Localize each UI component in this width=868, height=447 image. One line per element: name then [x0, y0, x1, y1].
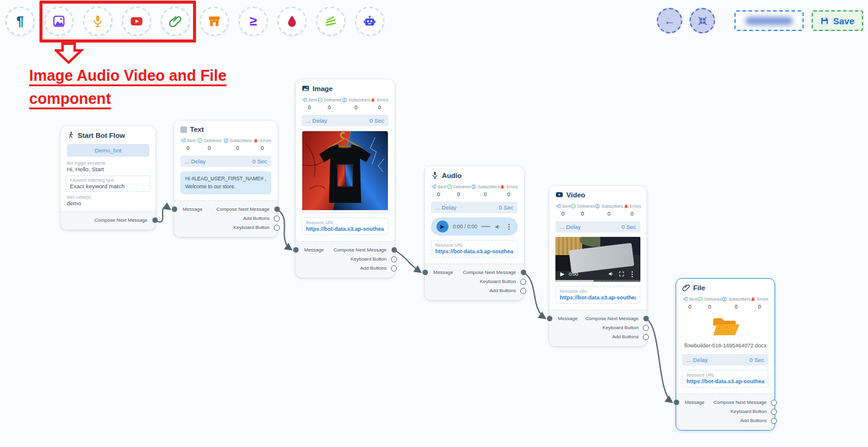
toolbar-condition-component[interactable]: ≥ [239, 7, 268, 36]
port-label: Compose Next Message [216, 206, 270, 212]
play-icon[interactable]: ▶ [560, 271, 565, 277]
resource-url-link[interactable]: https://bot-data.s3.ap-southeast-1.wasab… [687, 378, 764, 384]
node-audio[interactable]: Audio Sent0 Delivered0 Subscribers0 Erro… [425, 166, 524, 300]
message-input-handle[interactable] [547, 316, 552, 321]
stats-row: Sent0 Delivered0 Subscribers0 Errors0 [180, 138, 271, 151]
keyboard-button-handle[interactable] [520, 279, 526, 285]
node-file[interactable]: File Sent0 Delivered0 Subscribers0 Error… [676, 278, 775, 431]
node-image[interactable]: Image Sent0 Delivered0 Subscribers0 Erro… [296, 80, 395, 278]
keyboard-button-handle[interactable] [643, 325, 649, 331]
sent-icon [682, 296, 688, 302]
node-start-bot-flow[interactable]: Start Bot Flow Demo_bot Bot trigger keyw… [61, 126, 155, 230]
field-label: Bot trigger keywords [67, 161, 149, 165]
toolbar-text-component[interactable]: ¶ [5, 7, 35, 36]
field-value[interactable]: Hi, Hello, Start [67, 166, 149, 172]
node-video[interactable]: Video Sent0 Delivered0 Subscribers0 Erro… [549, 186, 646, 346]
compose-output-handle[interactable] [521, 270, 526, 275]
kebab-menu-icon[interactable]: ⋮ [506, 223, 512, 231]
keyboard-button-handle[interactable] [771, 409, 777, 415]
resource-url-box: Resource URL https://bot-data.s3.ap-sout… [555, 286, 640, 304]
add-buttons-handle[interactable] [643, 334, 649, 340]
message-preview[interactable]: Hi #LEAD_USER_FIRST_NAME# , Welcome to o… [180, 171, 271, 194]
fullscreen-icon[interactable] [619, 271, 625, 277]
stats-row: Sent0 Delivered0 Subscribers0 Errors0 [682, 296, 768, 310]
add-buttons-handle[interactable] [391, 265, 397, 271]
youtube-icon [130, 15, 143, 28]
compose-output-handle[interactable] [771, 400, 777, 406]
node-text[interactable]: Text Sent0 Delivered0 Subscribers0 Error… [174, 121, 277, 237]
port-label: Add Buttons [243, 216, 270, 221]
field-value[interactable]: demo [67, 200, 149, 206]
delivered-icon [447, 184, 452, 189]
message-input-handle[interactable] [172, 206, 177, 212]
save-button-label: Save [833, 16, 854, 26]
stack-icon [324, 15, 337, 28]
pilcrow-icon: ¶ [16, 15, 24, 28]
port-label: Compose Next Message [713, 400, 767, 405]
node-title-label: Text [190, 126, 204, 133]
port-label: Keyboard Button [233, 225, 270, 230]
keyboard-button-handle[interactable] [274, 225, 280, 231]
toolbar-image-component[interactable] [44, 7, 73, 36]
port-label: Compose Next Message [94, 217, 147, 223]
delivered-icon [571, 203, 576, 209]
subscribers-icon [342, 97, 347, 103]
resource-url-box: Resource URL https://bot-data.s3.ap-sout… [431, 240, 518, 258]
image-preview[interactable] [302, 131, 388, 213]
bot-name-button[interactable]: Demo_bot [67, 144, 149, 157]
add-buttons-handle[interactable] [274, 216, 280, 222]
node-title-label: Start Bot Flow [78, 132, 125, 139]
redacted-action-button[interactable] [734, 10, 804, 31]
resource-url-link[interactable]: https://bot-data.s3.ap-southeast-1.wasab… [435, 248, 514, 254]
video-progress[interactable] [555, 280, 640, 282]
delay-bar[interactable]: ... Delay0 Sec [180, 155, 271, 167]
compose-output-handle[interactable] [392, 247, 397, 253]
toolbar-sequence-component[interactable] [316, 7, 345, 36]
greater-equal-icon: ≥ [249, 15, 257, 28]
play-icon[interactable]: ▶ [436, 220, 449, 233]
folder-open-icon [711, 315, 740, 339]
delay-bar[interactable]: ... Delay0 Sec [302, 115, 388, 126]
add-buttons-handle[interactable] [771, 418, 777, 424]
toolbar-audio-component[interactable] [83, 7, 112, 36]
audio-player[interactable]: ▶ 0:00 / 0:00 ⋮ [431, 217, 518, 236]
toolbar-bot-component[interactable] [355, 7, 384, 36]
delay-bar[interactable]: ... Delay0 Sec [682, 354, 768, 366]
sent-icon [302, 97, 307, 103]
back-button[interactable]: ← [657, 8, 682, 33]
annotation-down-arrow-icon [55, 43, 84, 64]
audio-progress[interactable] [481, 226, 490, 228]
volume-icon[interactable] [608, 271, 614, 277]
kebab-menu-icon[interactable]: ⋮ [629, 270, 636, 278]
add-buttons-handle[interactable] [520, 288, 526, 294]
video-player[interactable]: ▶ 0:00 ⋮ [555, 237, 640, 282]
delay-bar[interactable]: ... Delay0 Sec [555, 221, 640, 233]
compose-output-handle[interactable] [152, 217, 158, 223]
message-input-handle[interactable] [674, 400, 679, 405]
volume-icon[interactable] [495, 224, 501, 230]
delay-bar[interactable]: ... Delay0 Sec [431, 202, 518, 213]
port-label: Add Buttons [612, 334, 639, 340]
save-button[interactable]: Save [812, 10, 863, 31]
message-input-handle[interactable] [293, 247, 299, 253]
audio-time: 0:00 / 0:00 [453, 224, 477, 230]
port-label: Compose Next Message [463, 270, 516, 275]
annotation-text: Image Audio Video and File component [29, 64, 260, 110]
keyboard-button-handle[interactable] [391, 256, 397, 262]
message-input-handle[interactable] [422, 270, 428, 275]
delivered-icon [317, 97, 323, 103]
resource-url-link[interactable]: https://bot-data.s3.ap-southeast-1.wasab… [306, 226, 384, 232]
keyword-matching-box[interactable]: Keyword matching type Exact keyword matc… [66, 176, 151, 192]
toolbar-video-component[interactable] [122, 7, 151, 36]
resource-url-link[interactable]: https://bot-data.s3.ap-southeast-1.wasab… [560, 295, 636, 301]
toolbar-file-component[interactable] [161, 7, 190, 36]
paperclip-icon [169, 15, 182, 28]
port-label: Add Buttons [489, 288, 516, 293]
file-preview[interactable] [682, 315, 768, 339]
fit-view-button[interactable] [690, 8, 715, 33]
node-title-label: File [693, 284, 705, 292]
toolbar-ecommerce-component[interactable] [200, 7, 229, 36]
compose-output-handle[interactable] [643, 316, 649, 321]
toolbar-drip-component[interactable] [277, 7, 307, 36]
compose-output-handle[interactable] [274, 206, 280, 212]
